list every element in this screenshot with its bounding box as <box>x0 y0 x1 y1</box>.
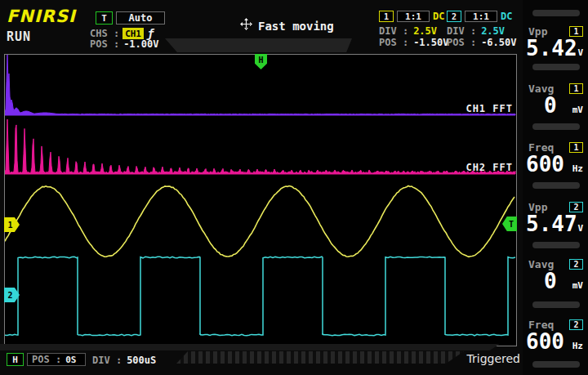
ch2-settings-row: 2 1:1 DC <box>447 11 512 22</box>
waveform-traces[interactable] <box>5 55 516 346</box>
ch1-pos-label: POS : <box>379 37 408 48</box>
timebase-row[interactable]: DIV : 500uS <box>92 355 156 366</box>
sidebar-divider-pill <box>532 182 580 189</box>
measurement-freq-ch1-value: 600 Hz <box>526 152 583 176</box>
measurement-vpp-ch1-value: 5.42 V <box>526 36 583 60</box>
ch2-coupling-button[interactable]: DC <box>501 11 512 22</box>
ch2-pos-value: -6.50V <box>481 37 516 48</box>
chs-label: CHS : <box>90 28 119 39</box>
measurement-value: 600 <box>526 152 564 176</box>
horizontal-pos-box[interactable]: POS : 0S <box>27 353 86 366</box>
ch2-probe-button[interactable]: 1:1 <box>465 11 497 22</box>
horizontal-button[interactable]: H <box>7 353 24 366</box>
hint-text: Fast moving <box>258 20 334 33</box>
timebase-value: 500uS <box>127 355 156 366</box>
ch1-div-label: DIV : <box>379 25 408 37</box>
measurement-unit: mV <box>572 280 583 291</box>
sidebar-divider-pill <box>532 10 580 16</box>
trigger-t-button[interactable]: T <box>96 11 113 25</box>
ch1-coupling-button[interactable]: DC <box>433 11 444 22</box>
ch1-div-row: DIV : 2.5V <box>379 25 437 37</box>
brand-logo: FNIRSI <box>7 7 76 26</box>
timebase-label: DIV : <box>92 355 122 366</box>
measurement-value: 5.42 <box>526 36 577 60</box>
sidebar-divider-pill <box>532 242 580 248</box>
trigger-pos-row: POS : -1.00V <box>90 38 158 50</box>
ch1-fft-label: CH1 FFT <box>441 103 513 114</box>
sidebar-divider-pill <box>532 64 580 70</box>
ch2-div-row: DIV : 2.5V <box>447 25 505 37</box>
ch1-badge[interactable]: 1 <box>379 11 394 22</box>
trigger-mode-row: T Auto <box>96 11 165 25</box>
measurement-unit: V <box>577 47 583 58</box>
measurement-value: 600 <box>526 329 564 354</box>
measurement-unit: mV <box>572 105 583 115</box>
ch1-probe-button[interactable]: 1:1 <box>397 11 430 22</box>
ch1-pos-row: POS : -1.50V <box>379 37 448 48</box>
sidebar-divider-pill <box>532 301 580 308</box>
ch1-div-value: 2.5V <box>413 25 437 37</box>
ch2-fft-label: CH2 FFT <box>441 162 513 173</box>
ch2-pos-row: POS : -6.50V <box>447 37 516 48</box>
measurement-freq-ch2-value: 600 Hz <box>526 329 583 354</box>
measurement-vavg-ch2-value: 0 mV <box>526 269 583 293</box>
measurement-value: 5.47 <box>526 212 577 236</box>
h-pos-label: POS : <box>32 354 61 365</box>
fast-moving-hint: Fast moving <box>240 18 334 33</box>
measurement-unit: Hz <box>572 163 583 174</box>
ch1-settings-row: 1 1:1 DC <box>379 11 444 22</box>
measurement-value: 0 <box>544 93 557 118</box>
measurement-vpp-ch2-value: 5.47 V <box>526 212 583 236</box>
trigger-source-button[interactable]: CH1 <box>122 28 144 39</box>
sidebar-divider-pill <box>532 123 580 130</box>
ch1-pos-value: -1.50V <box>413 37 448 48</box>
ch2-badge[interactable]: 2 <box>447 11 461 22</box>
measurement-unit: V <box>577 223 583 234</box>
ch2-div-label: DIV : <box>447 25 476 37</box>
measurement-value: 0 <box>544 269 557 293</box>
measurement-vavg-ch1-value: 0 mV <box>526 93 583 118</box>
measurement-unit: Hz <box>572 341 583 351</box>
move-icon <box>240 18 252 33</box>
sidebar-divider-pill <box>532 361 580 368</box>
trigger-mode-button[interactable]: Auto <box>116 11 165 25</box>
ch2-pos-label: POS : <box>447 37 476 48</box>
trigger-pos-label: POS : <box>90 38 119 50</box>
top-bezel-trapezoid <box>165 38 352 52</box>
trigger-pos-value: -1.00V <box>123 38 158 50</box>
acquisition-status: RUN <box>7 29 31 44</box>
h-pos-value: 0S <box>65 355 76 365</box>
oscilloscope-screen: FNIRSI RUN T Auto CHS : CH1 ƒ POS : -1.0… <box>0 0 588 375</box>
ch2-div-value: 2.5V <box>481 25 505 37</box>
measurement-sidebar: Vpp 1 5.42 V Vavg 1 0 mV Freq 1 600 Hz V… <box>523 0 588 375</box>
trigger-status: Triggered <box>408 352 520 365</box>
